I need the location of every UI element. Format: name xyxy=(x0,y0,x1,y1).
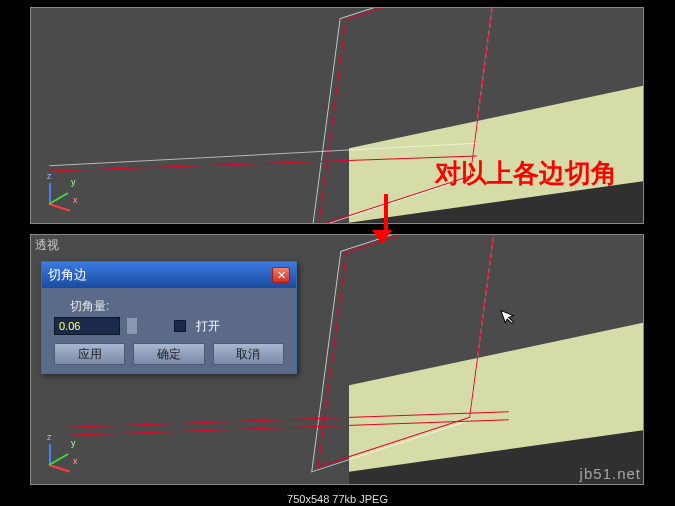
bottom-frame: 透视 切角边 ✕ 切角量: 打开 xyxy=(27,231,647,488)
viewport-label: 透视 xyxy=(35,237,59,254)
open-checkbox[interactable] xyxy=(174,320,186,332)
image-meta-footer: 750x548 77kb JPEG xyxy=(0,493,675,505)
z-label: z xyxy=(47,171,52,181)
x-axis xyxy=(49,203,71,212)
open-label: 打开 xyxy=(196,318,220,335)
cursor-icon xyxy=(500,305,521,330)
y-axis xyxy=(49,453,69,466)
dialog-title: 切角边 xyxy=(48,266,87,284)
x-label: x xyxy=(73,456,78,466)
dialog-body: 切角量: 打开 应用 确定 取消 xyxy=(42,288,296,373)
dialog-titlebar[interactable]: 切角边 ✕ xyxy=(42,262,296,288)
watermark: jb51.net xyxy=(580,465,641,482)
viewport-bottom[interactable]: 透视 切角边 ✕ 切角量: 打开 xyxy=(30,234,644,485)
y-axis xyxy=(49,192,69,205)
axis-gizmo: z x y xyxy=(39,175,79,215)
x-axis xyxy=(49,464,71,473)
annotation-arrow-icon xyxy=(380,194,392,244)
annotation-text: 对以上各边切角 xyxy=(435,156,617,191)
y-label: y xyxy=(71,438,76,448)
y-label: y xyxy=(71,177,76,187)
amount-label: 切角量: xyxy=(70,298,284,315)
axis-gizmo: z x y xyxy=(39,436,79,476)
x-label: x xyxy=(73,195,78,205)
apply-button[interactable]: 应用 xyxy=(54,343,125,365)
top-frame: z x y xyxy=(27,4,647,227)
ok-button[interactable]: 确定 xyxy=(133,343,204,365)
cancel-button[interactable]: 取消 xyxy=(213,343,284,365)
spinner-icon[interactable] xyxy=(126,317,138,335)
chamfer-dialog: 切角边 ✕ 切角量: 打开 应用 确定 取消 xyxy=(41,261,297,374)
z-label: z xyxy=(47,432,52,442)
chamfer-amount-input[interactable] xyxy=(54,317,120,335)
viewport-top[interactable]: z x y xyxy=(30,7,644,224)
close-icon[interactable]: ✕ xyxy=(272,267,290,283)
